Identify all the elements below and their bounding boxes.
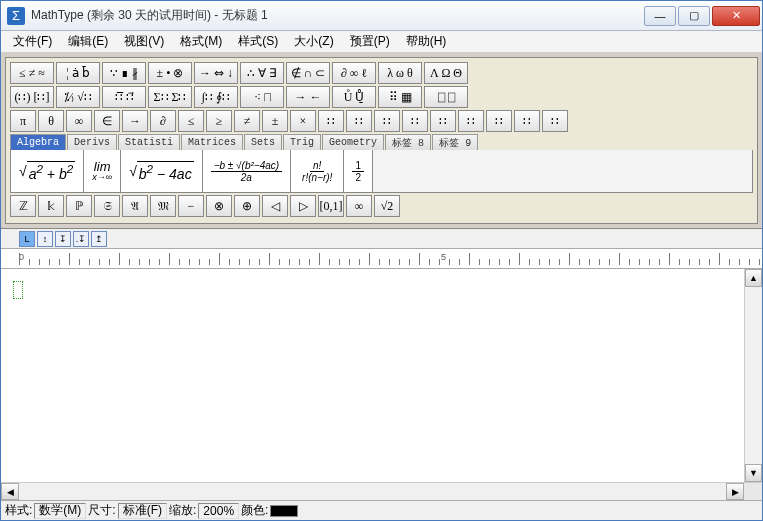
template-sqrt-b2-4ac[interactable]: b2 − 4ac <box>121 150 203 192</box>
maximize-button[interactable]: ▢ <box>678 6 710 26</box>
row1-btn-3[interactable]: ± • ⊗ <box>148 62 192 84</box>
menu-edit[interactable]: 编辑(E) <box>60 31 116 52</box>
tabstop-decimal[interactable]: .↧ <box>73 231 89 247</box>
row2-btn-9[interactable]: ⎕ ⎕ <box>424 86 468 108</box>
row3-btn-17[interactable]: ∷ <box>486 110 512 132</box>
template-combination[interactable]: n!r!(n−r)! <box>291 150 344 192</box>
scroll-right-icon[interactable]: ▶ <box>726 483 744 500</box>
row3-btn-18[interactable]: ∷ <box>514 110 540 132</box>
row5-btn-1[interactable]: 𝕜 <box>38 195 64 217</box>
scroll-up-icon[interactable]: ▲ <box>745 269 762 287</box>
menu-style[interactable]: 样式(S) <box>230 31 286 52</box>
row3-btn-9[interactable]: ± <box>262 110 288 132</box>
close-button[interactable]: ✕ <box>712 6 760 26</box>
row5-btn-3[interactable]: 𝔖 <box>94 195 120 217</box>
row3-btn-12[interactable]: ∷ <box>346 110 372 132</box>
title-bar[interactable]: Σ MathType (剩余 30 天的试用时间) - 无标题 1 — ▢ ✕ <box>1 1 762 31</box>
status-style-value[interactable]: 数学(M) <box>34 503 86 519</box>
row1-btn-1[interactable]: ¦ ȧ b̄ <box>56 62 100 84</box>
row3-btn-10[interactable]: × <box>290 110 316 132</box>
row5-btn-12[interactable]: ∞ <box>346 195 372 217</box>
window-title: MathType (剩余 30 天的试用时间) - 无标题 1 <box>31 7 642 24</box>
tabstop-center[interactable]: ↕ <box>37 231 53 247</box>
menu-size[interactable]: 大小(Z) <box>286 31 341 52</box>
scroll-down-icon[interactable]: ▼ <box>745 464 762 482</box>
row3-btn-1[interactable]: θ <box>38 110 64 132</box>
row3-btn-8[interactable]: ≠ <box>234 110 260 132</box>
menu-format[interactable]: 格式(M) <box>172 31 230 52</box>
row3-btn-19[interactable]: ∷ <box>542 110 568 132</box>
horizontal-scrollbar[interactable]: ◀ ▶ <box>1 482 762 500</box>
row3-btn-4[interactable]: → <box>122 110 148 132</box>
template-quadratic[interactable]: −b ± √(b²−4ac)2a <box>203 150 291 192</box>
row2-btn-8[interactable]: ⠿ ▦ <box>378 86 422 108</box>
row3-btn-2[interactable]: ∞ <box>66 110 92 132</box>
row3-btn-6[interactable]: ≤ <box>178 110 204 132</box>
row3-btn-16[interactable]: ∷ <box>458 110 484 132</box>
menu-preferences[interactable]: 预置(P) <box>342 31 398 52</box>
row1-btn-6[interactable]: ∉ ∩ ⊂ <box>286 62 330 84</box>
tab-statisti[interactable]: Statisti <box>118 134 180 150</box>
row2-btn-5[interactable]: ⁖ ⨅ <box>240 86 284 108</box>
row5-btn-4[interactable]: 𝔄 <box>122 195 148 217</box>
tabstop-right[interactable]: ↧ <box>55 231 71 247</box>
row5-btn-0[interactable]: ℤ <box>10 195 36 217</box>
status-size-value[interactable]: 标准(F) <box>118 503 167 519</box>
tab-matrices[interactable]: Matrices <box>181 134 243 150</box>
equation-editor-area[interactable]: ▲ ▼ <box>1 269 762 482</box>
menu-view[interactable]: 视图(V) <box>116 31 172 52</box>
row5-btn-8[interactable]: ⊕ <box>234 195 260 217</box>
row1-btn-7[interactable]: ∂ ∞ ℓ <box>332 62 376 84</box>
tab-标签-8[interactable]: 标签 8 <box>385 134 431 150</box>
row3-btn-14[interactable]: ∷ <box>402 110 428 132</box>
tab-derivs[interactable]: Derivs <box>67 134 117 150</box>
row5-btn-7[interactable]: ⊗ <box>206 195 232 217</box>
row3-btn-11[interactable]: ∷ <box>318 110 344 132</box>
row3-btn-13[interactable]: ∷ <box>374 110 400 132</box>
row3-btn-3[interactable]: ∈ <box>94 110 120 132</box>
row5-btn-13[interactable]: √2 <box>374 195 400 217</box>
row2-btn-7[interactable]: Ů Ů̱ <box>332 86 376 108</box>
row5-btn-9[interactable]: ◁ <box>262 195 288 217</box>
row5-btn-5[interactable]: 𝔐 <box>150 195 176 217</box>
menu-file[interactable]: 文件(F) <box>5 31 60 52</box>
row2-btn-0[interactable]: (∷) [∷] <box>10 86 54 108</box>
tab-trig[interactable]: Trig <box>283 134 321 150</box>
status-zoom-value[interactable]: 200% <box>198 503 239 519</box>
row2-btn-2[interactable]: ∷̅ ∷⃗ <box>102 86 146 108</box>
tab-geometry[interactable]: Geometry <box>322 134 384 150</box>
tab-标签-9[interactable]: 标签 9 <box>432 134 478 150</box>
row3-btn-5[interactable]: ∂ <box>150 110 176 132</box>
row3-btn-0[interactable]: π <box>10 110 36 132</box>
row1-btn-9[interactable]: Λ Ω Θ <box>424 62 468 84</box>
tabstop-bar[interactable]: ↥ <box>91 231 107 247</box>
template-sqrt-a2b2[interactable]: a2 + b2 <box>11 150 84 192</box>
row2-btn-3[interactable]: Σ∷ Σ∷ <box>148 86 192 108</box>
row3-btn-15[interactable]: ∷ <box>430 110 456 132</box>
row2-btn-4[interactable]: ∫∷ ∮∷ <box>194 86 238 108</box>
tab-sets[interactable]: Sets <box>244 134 282 150</box>
template-half[interactable]: 12 <box>344 150 373 192</box>
row2-btn-6[interactable]: → ← <box>286 86 330 108</box>
row5-btn-11[interactable]: [0,1] <box>318 195 344 217</box>
row5-btn-6[interactable]: − <box>178 195 204 217</box>
row1-btn-5[interactable]: ∴ ∀ ∃ <box>240 62 284 84</box>
minimize-button[interactable]: — <box>644 6 676 26</box>
ruler[interactable]: 0 5 <box>1 249 762 269</box>
row1-btn-0[interactable]: ≤ ≠ ≈ <box>10 62 54 84</box>
row2-btn-1[interactable]: ⁒⁄₎ √∷ <box>56 86 100 108</box>
row3-btn-7[interactable]: ≥ <box>206 110 232 132</box>
vertical-scrollbar[interactable]: ▲ ▼ <box>744 269 762 482</box>
row5-btn-2[interactable]: ℙ <box>66 195 92 217</box>
row1-btn-2[interactable]: ∵ ∎ ∦ <box>102 62 146 84</box>
tabstop-left[interactable]: L <box>19 231 35 247</box>
template-limit[interactable]: limx→∞ <box>84 150 121 192</box>
row1-btn-8[interactable]: λ ω θ <box>378 62 422 84</box>
row5-btn-10[interactable]: ▷ <box>290 195 316 217</box>
insertion-slot[interactable] <box>13 281 23 299</box>
scroll-left-icon[interactable]: ◀ <box>1 483 19 500</box>
row1-btn-4[interactable]: → ⇔ ↓ <box>194 62 238 84</box>
menu-help[interactable]: 帮助(H) <box>398 31 455 52</box>
status-color-swatch[interactable] <box>270 505 298 517</box>
tab-algebra[interactable]: Algebra <box>10 134 66 150</box>
